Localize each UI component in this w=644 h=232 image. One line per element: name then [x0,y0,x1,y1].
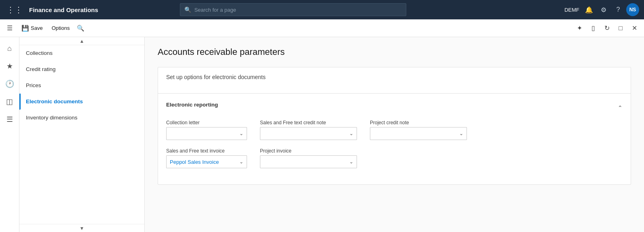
popout-icon[interactable]: □ [614,22,627,35]
main-layout: ⌂ ★ 🕐 ◫ ☰ ▲ Collections Credit rating Pr… [0,37,644,232]
company-label[interactable]: DEMF [564,7,579,13]
personalize-icon[interactable]: ✦ [573,22,586,35]
settings-icon[interactable]: ⚙ [597,3,610,16]
nav-item-list: Collections Credit rating Prices Electro… [19,45,144,224]
sales-free-text-invoice-arrow-icon: ⌄ [239,159,243,165]
content-area: Accounts receivable parameters Set up op… [145,37,644,232]
global-search-bar[interactable]: 🔍 [180,3,406,16]
project-invoice-dropdown[interactable]: ⌄ [260,155,357,168]
project-credit-note-arrow-icon: ⌄ [459,131,463,136]
section-subtitle: Set up options for electronic documents [166,74,266,80]
fields-row-1: Collection letter ⌄ Sales and Free text … [166,120,623,140]
nav-item-electronic-documents[interactable]: Electronic documents [19,94,144,110]
sales-free-text-invoice-dropdown[interactable]: Peppol Sales Invoice ⌄ [166,155,247,168]
save-label: Save [31,25,43,31]
user-avatar[interactable]: NS [626,3,639,16]
sales-free-text-invoice-label: Sales and Free text invoice [166,148,247,154]
sales-free-text-credit-note-arrow-icon: ⌄ [349,131,353,136]
sales-free-text-credit-note-dropdown[interactable]: ⌄ [260,127,357,140]
search-icon: 🔍 [184,6,191,13]
close-icon[interactable]: ✕ [628,22,641,35]
collapse-icon[interactable]: ⌃ [618,105,623,111]
save-button[interactable]: 💾 Save [18,23,46,34]
options-label: Options [52,25,70,31]
collection-letter-field: Collection letter ⌄ [166,120,247,140]
action-toolbar: ☰ 💾 Save Options 🔍 ✦ ▯ ↻ □ ✕ [0,19,644,37]
nav-item-credit-rating[interactable]: Credit rating [19,61,144,77]
collection-letter-arrow-icon: ⌄ [239,131,243,136]
workspaces-icon[interactable]: ◫ [2,94,18,110]
app-title: Finance and Operations [29,6,98,13]
save-floppy-icon: 💾 [21,25,29,32]
project-invoice-field: Project invoice ⌄ [260,148,357,168]
nav-item-collections[interactable]: Collections [19,45,144,61]
nav-scroll-up[interactable]: ▲ [19,37,144,45]
waffle-icon[interactable]: ⋮⋮ [5,3,24,16]
project-credit-note-field: Project credit note ⌄ [370,120,467,140]
top-navigation: ⋮⋮ Finance and Operations 🔍 DEMF 🔔 ⚙ ? N… [0,0,644,19]
hamburger-menu-icon[interactable]: ☰ [3,22,16,35]
page-title: Accounts receivable parameters [158,47,631,57]
favorites-icon[interactable]: ★ [2,58,18,74]
refresh-icon[interactable]: ↻ [600,22,613,35]
nav-scroll-down[interactable]: ▼ [19,224,144,232]
open-in-new-icon[interactable]: ▯ [587,22,600,35]
search-input[interactable] [194,7,402,13]
collection-letter-dropdown[interactable]: ⌄ [166,127,247,140]
electronic-documents-section: Set up options for electronic documents … [158,67,631,185]
home-icon[interactable]: ⌂ [2,40,18,56]
options-button[interactable]: Options [48,23,74,33]
project-credit-note-label: Project credit note [370,120,467,125]
project-invoice-label: Project invoice [260,148,357,154]
sales-free-text-credit-note-field: Sales and Free text credit note ⌄ [260,120,357,140]
sales-free-text-credit-note-label: Sales and Free text credit note [260,120,357,125]
section-body: Electronic reporting ⌃ Collection letter… [158,94,631,184]
help-icon[interactable]: ? [612,3,625,16]
toolbar-right-tools: ✦ ▯ ↻ □ ✕ [573,22,641,35]
toolbar-search-icon[interactable]: 🔍 [75,23,86,34]
section-title: Electronic reporting [166,102,218,108]
sales-free-text-invoice-field: Sales and Free text invoice Peppol Sales… [166,148,247,168]
project-credit-note-dropdown[interactable]: ⌄ [370,127,467,140]
nav-item-prices[interactable]: Prices [19,77,144,94]
notifications-icon[interactable]: 🔔 [583,3,595,16]
nav-panel: ▲ Collections Credit rating Prices Elect… [19,37,145,232]
nav-item-inventory-dimensions[interactable]: Inventory dimensions [19,110,144,126]
project-invoice-arrow-icon: ⌄ [349,159,353,165]
section-header: Set up options for electronic documents [158,67,631,94]
left-sidebar: ⌂ ★ 🕐 ◫ ☰ [0,37,19,232]
modules-icon[interactable]: ☰ [2,111,18,127]
fields-row-2: Sales and Free text invoice Peppol Sales… [166,148,623,168]
sales-free-text-invoice-value: Peppol Sales Invoice [170,159,219,165]
recent-icon[interactable]: 🕐 [2,76,18,92]
collection-letter-label: Collection letter [166,120,247,125]
top-right-icons: DEMF 🔔 ⚙ ? NS [564,3,639,16]
